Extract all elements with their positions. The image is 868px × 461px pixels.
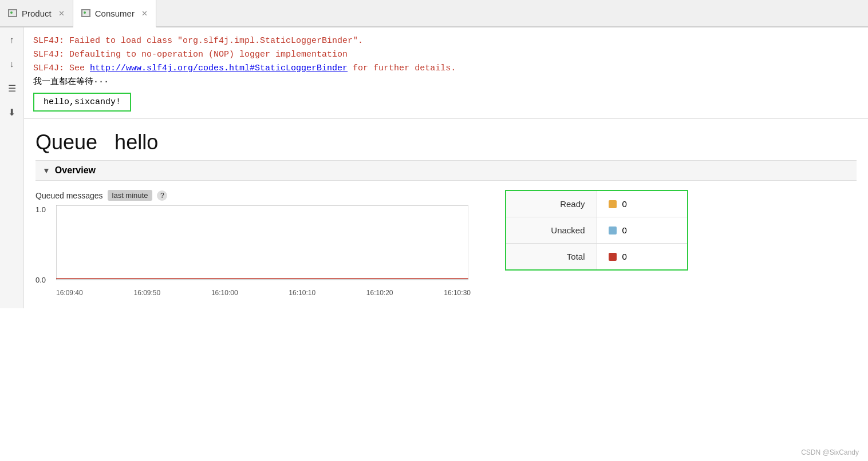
console-line-4: 我一直都在等待··· [33, 75, 859, 89]
x-labels: 16:09:40 16:09:50 16:10:00 16:10:10 16:1… [56, 289, 471, 297]
unacked-value: 0 [622, 225, 627, 235]
main-area: ↑ ↓ ☰ ⬇ SLF4J: Failed to load class "org… [0, 27, 868, 308]
queue-title-prefix: Queue [35, 130, 97, 154]
overview-arrow-icon[interactable]: ▼ [42, 166, 50, 175]
total-value: 0 [622, 252, 627, 261]
chart-svg-wrapper [56, 205, 471, 288]
consumer-tab-icon [81, 9, 90, 17]
x-label-2: 16:10:00 [211, 289, 238, 297]
up-arrow-icon[interactable]: ↑ [5, 33, 19, 47]
ready-color-dot [609, 200, 617, 208]
tab-consumer-label: Consumer [95, 9, 135, 18]
stats-row-total: Total 0 [506, 244, 687, 270]
console-area: SLF4J: Failed to load class "org.slf4j.i… [24, 27, 868, 119]
queue-title: Queue hello [35, 130, 857, 154]
product-tab-icon [8, 9, 17, 17]
overview-label: Overview [55, 165, 96, 176]
help-icon[interactable]: ? [157, 190, 167, 201]
overview-header: ▼ Overview [35, 160, 857, 181]
chart-left: Queued messages last minute ? 1.0 0.0 [35, 190, 471, 297]
chart-svg [56, 205, 468, 285]
x-label-1: 16:09:50 [133, 289, 160, 297]
tab-consumer-close[interactable]: ✕ [141, 9, 148, 18]
queue-title-suffix: hello [115, 130, 158, 154]
console-line-3: SLF4J: See http://www.slf4j.org/codes.ht… [33, 62, 859, 75]
console-line-2: SLF4J: Defaulting to no-operation (NOP) … [33, 48, 859, 62]
down-arrow-icon[interactable]: ↓ [5, 57, 19, 71]
tab-product-label: Product [22, 9, 52, 18]
sort-icon[interactable]: ⬇ [5, 105, 19, 119]
console-line-3-suffix: for further details. [348, 63, 456, 73]
watermark: CSDN @SixCandy [801, 448, 859, 456]
y-label-bottom: 0.0 [35, 276, 46, 284]
total-color-dot [609, 253, 617, 261]
svg-rect-0 [56, 205, 468, 280]
stats-row-ready: Ready 0 [506, 191, 687, 217]
time-badge[interactable]: last minute [108, 190, 153, 201]
stats-label-ready: Ready [506, 191, 597, 217]
stats-label-unacked: Unacked [506, 217, 597, 244]
queued-messages-row: Queued messages last minute ? [35, 190, 471, 201]
console-line-3-prefix: SLF4J: See [33, 63, 90, 73]
tab-product-close[interactable]: ✕ [58, 9, 65, 18]
x-label-4: 16:10:20 [366, 289, 393, 297]
sidebar: ↑ ↓ ☰ ⬇ [0, 27, 24, 308]
ready-value: 0 [622, 199, 627, 209]
message-box: hello,sixcandy! [33, 93, 131, 112]
x-label-3: 16:10:10 [289, 289, 315, 297]
tab-product[interactable]: Product ✕ [0, 0, 73, 26]
unacked-color-dot [609, 226, 617, 235]
chart-wrapper: 1.0 0.0 16:09:40 16:09: [35, 205, 471, 297]
queued-messages-label: Queued messages [35, 191, 103, 200]
tab-consumer[interactable]: Consumer ✕ [73, 0, 156, 27]
stats-box: Ready 0 Unacked [505, 190, 688, 271]
x-label-0: 16:09:40 [56, 289, 83, 297]
chart-container: Queued messages last minute ? 1.0 0.0 [35, 190, 857, 297]
console-line-3-link[interactable]: http://www.slf4j.org/codes.html#StaticLo… [90, 63, 348, 73]
x-label-5: 16:10:30 [444, 289, 471, 297]
stats-table: Ready 0 Unacked [506, 191, 687, 269]
stats-value-unacked: 0 [597, 217, 687, 244]
stats-label-total: Total [506, 244, 597, 270]
y-label-top: 1.0 [35, 205, 46, 214]
stats-value-total: 0 [597, 244, 687, 270]
tab-bar: Product ✕ Consumer ✕ [0, 0, 868, 27]
list-icon[interactable]: ☰ [5, 81, 19, 95]
console-line-1: SLF4J: Failed to load class "org.slf4j.i… [33, 34, 859, 48]
stats-row-unacked: Unacked 0 [506, 217, 687, 244]
queue-section: Queue hello ▼ Overview Queued messages l… [24, 119, 868, 308]
stats-value-ready: 0 [597, 191, 687, 217]
